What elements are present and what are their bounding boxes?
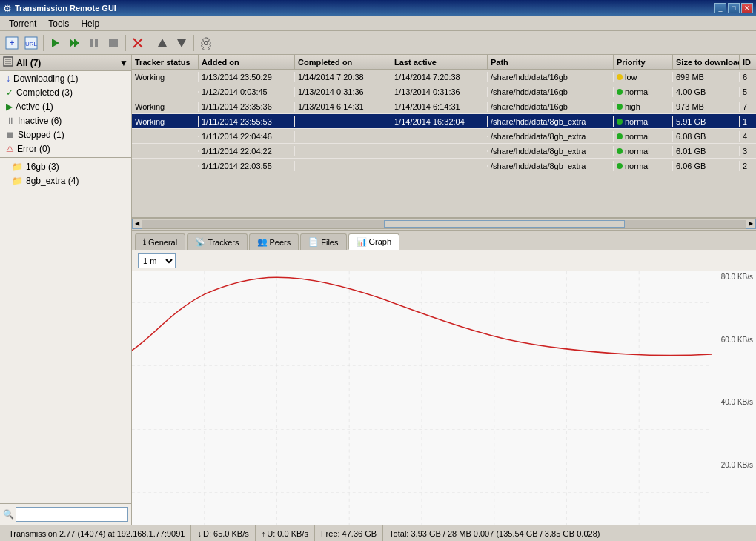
table-row[interactable]: 1/12/2014 0:03:45 1/13/2014 0:31:36 1/13…	[132, 84, 756, 99]
add-button[interactable]: +	[3, 34, 21, 52]
sidebar-item-label-error: Error (0)	[17, 144, 50, 154]
scroll-right-arrow[interactable]: ▶	[746, 219, 756, 229]
sidebar-item-active[interactable]: ▶ Active (1)	[0, 99, 131, 113]
col-header-size[interactable]: Size to download	[673, 55, 740, 69]
sidebar-item-inactive[interactable]: ⏸ Inactive (6)	[0, 113, 131, 127]
cell-path-4: /share/hdd/data/8gb_extra	[488, 131, 614, 142]
col-header-lastactive[interactable]: Last active	[391, 55, 488, 69]
cell-lastactive-0: 1/14/2014 7:20:38	[391, 72, 488, 82]
menu-help[interactable]: Help	[75, 17, 105, 30]
pause-button[interactable]	[85, 34, 103, 52]
stop-button[interactable]	[105, 34, 122, 52]
cell-lastactive-3: 1/14/2014 16:32:04	[391, 116, 488, 127]
menu-torrent[interactable]: Torrent	[3, 17, 42, 30]
cell-added-0: 1/13/2014 23:50:29	[199, 72, 295, 82]
svg-marker-12	[158, 39, 167, 47]
scroll-thumb[interactable]	[384, 220, 626, 228]
table-row[interactable]: Working 1/13/2014 23:50:29 1/14/2014 7:2…	[132, 70, 756, 84]
folder-8gb-icon: 📁	[12, 176, 23, 186]
table-row[interactable]: 1/11/2014 22:04:22 /share/hdd/data/8gb_e…	[132, 144, 756, 159]
trackers-tab-icon: 📡	[195, 237, 205, 247]
inactive-icon: ⏸	[6, 116, 15, 126]
sidebar-scroll-toggle[interactable]: ▼	[119, 58, 128, 68]
minimize-button[interactable]: _	[714, 3, 726, 13]
table-row[interactable]: 1/11/2014 22:03:55 /share/hdd/data/8gb_e…	[132, 159, 756, 173]
tab-peers[interactable]: 👥 Peers	[249, 233, 299, 250]
sidebar-item-downloading[interactable]: ↓ Downloading (1)	[0, 71, 131, 85]
statusbar: Transmission 2.77 (14074) at 192.168.1.7…	[0, 525, 756, 541]
cell-id-3: 1	[740, 116, 756, 127]
cell-lastactive-6	[391, 165, 488, 167]
table-row[interactable]: Working 1/11/2014 23:35:36 1/13/2014 6:1…	[132, 99, 756, 114]
tab-trackers[interactable]: 📡 Trackers	[187, 233, 247, 250]
sidebar-item-label-inactive: Inactive (6)	[18, 116, 62, 126]
svg-marker-5	[70, 39, 75, 47]
add-link-button[interactable]: URL	[22, 34, 40, 52]
tab-graph[interactable]: 📊 Graph	[348, 233, 400, 250]
up-button[interactable]	[153, 34, 171, 52]
col-header-completed[interactable]: Completed on	[295, 55, 391, 69]
cell-tracker-3: Working	[132, 116, 199, 127]
search-input[interactable]	[16, 507, 128, 522]
cell-path-5: /share/hdd/data/8gb_extra	[488, 146, 614, 156]
time-range-select[interactable]: 1 m 5 m 15 m 30 m 1 h	[138, 253, 176, 268]
svg-text:+: +	[9, 38, 14, 48]
cell-size-1: 4.00 GB	[673, 87, 740, 97]
completed-icon: ✓	[6, 87, 13, 98]
cell-priority-0: low	[614, 72, 673, 82]
table-row[interactable]: 1/11/2014 22:04:46 /share/hdd/data/8gb_e…	[132, 129, 756, 144]
down-button[interactable]	[173, 34, 190, 52]
y-label-20: 20.0 KB/s	[709, 461, 753, 469]
tab-files[interactable]: 📄 Files	[300, 233, 346, 250]
sidebar-item-completed[interactable]: ✓ Completed (3)	[0, 85, 131, 99]
col-header-priority[interactable]: Priority	[614, 55, 673, 69]
cell-completed-1: 1/13/2014 0:31:36	[295, 87, 391, 97]
col-header-id[interactable]: ID	[740, 55, 756, 69]
remove-button[interactable]	[129, 34, 147, 52]
sidebar-item-stopped[interactable]: ⏹ Stopped (1)	[0, 127, 131, 142]
upload-speed: U: 0.0 KB/s	[267, 529, 308, 538]
table-row[interactable]: Working 1/11/2014 23:55:53 1/14/2014 16:…	[132, 114, 756, 129]
menu-tools[interactable]: Tools	[42, 17, 75, 30]
start-all-button[interactable]	[66, 34, 84, 52]
scroll-track[interactable]	[142, 220, 746, 228]
bottom-panel: ℹ General 📡 Trackers 👥 Peers 📄 Files 📊	[132, 231, 756, 525]
cell-size-6: 6.06 GB	[673, 161, 740, 171]
close-button[interactable]: ✕	[741, 3, 753, 13]
sidebar-item-label-stopped: Stopped (1)	[18, 130, 64, 140]
cell-size-2: 973 MB	[673, 102, 740, 112]
horizontal-scrollbar[interactable]: ◀ ▶	[132, 218, 756, 228]
graph-controls: 1 m 5 m 15 m 30 m 1 h	[132, 250, 756, 271]
col-header-path[interactable]: Path	[488, 55, 614, 69]
scroll-left-arrow[interactable]: ◀	[132, 219, 142, 229]
maximize-button[interactable]: □	[728, 3, 740, 13]
sidebar-item-label-completed: Completed (3)	[16, 87, 73, 98]
upload-icon: ↑	[262, 529, 266, 538]
col-header-added[interactable]: Added on	[199, 55, 295, 69]
cell-completed-5	[295, 150, 391, 152]
settings-button[interactable]	[197, 34, 215, 52]
sidebar-folder-label-16gb: 16gb (3)	[26, 162, 59, 172]
trackers-tab-label: Trackers	[208, 238, 239, 247]
cell-path-2: /share/hdd/data/16gb	[488, 102, 614, 112]
cell-size-4: 6.08 GB	[673, 131, 740, 142]
sidebar-all-icon	[3, 56, 13, 69]
sidebar-item-label-downloading: Downloading (1)	[13, 73, 78, 84]
status-download: ↓ D: 65.0 KB/s	[191, 525, 255, 541]
cell-lastactive-1: 1/13/2014 0:31:36	[391, 87, 488, 97]
graph-tab-label: Graph	[369, 237, 392, 246]
status-upload: ↑ U: 0.0 KB/s	[256, 525, 315, 541]
cell-id-0: 6	[740, 72, 756, 82]
download-speed: D: 65.0 KB/s	[203, 529, 249, 538]
sidebar-item-error[interactable]: ⚠ Error (0)	[0, 142, 131, 156]
cell-id-6: 2	[740, 161, 756, 171]
start-button[interactable]	[47, 34, 64, 52]
sidebar-item-16gb[interactable]: 📁 16gb (3)	[0, 159, 131, 173]
sidebar-item-8gb-extra[interactable]: 📁 8gb_extra (4)	[0, 173, 131, 187]
svg-marker-4	[52, 39, 59, 47]
tab-general[interactable]: ℹ General	[135, 233, 185, 250]
torrent-list: Tracker status Added on Completed on Las…	[132, 55, 756, 218]
cell-id-4: 4	[740, 131, 756, 142]
col-header-tracker[interactable]: Tracker status	[132, 55, 199, 69]
cell-path-3: /share/hdd/data/8gb_extra	[488, 116, 614, 127]
